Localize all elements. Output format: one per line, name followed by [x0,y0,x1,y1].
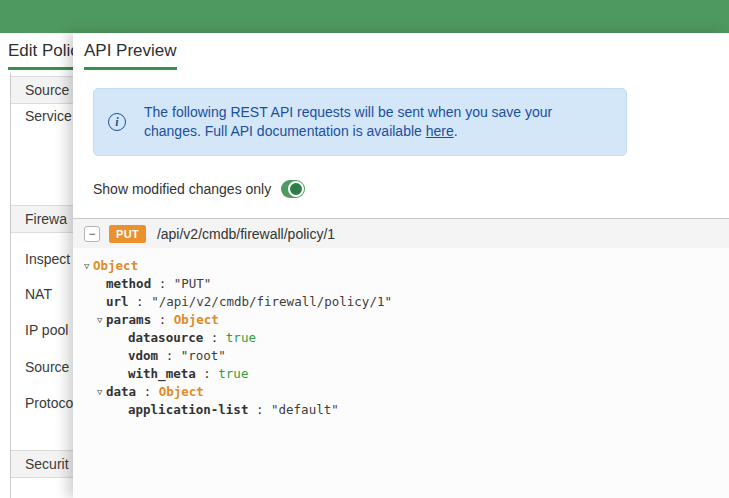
edit-policy-field-label: NAT [11,280,81,307]
show-modified-row: Show modified changes only [93,179,305,199]
json-separator: : [248,402,271,417]
json-tree-row: ▽Object [73,257,729,275]
json-value-bool: true [226,330,256,345]
json-separator: : [151,276,174,291]
json-separator: : [129,294,152,309]
http-method-badge: PUT [109,225,146,243]
top-navigation-bar [0,0,729,33]
json-key: with_meta [128,366,196,381]
json-value-object: Object [159,384,204,399]
collapse-icon[interactable]: − [84,226,100,242]
tree-collapse-caret-icon[interactable]: ▽ [97,383,106,401]
json-key: application-list [128,402,248,417]
json-tree-row: datasource : true [73,329,729,347]
request-header-row: − PUT /api/v2/cmdb/firewall/policy/1 [73,218,729,248]
json-tree-row: with_meta : true [73,365,729,383]
edit-policy-field-label: Protoco [11,389,81,416]
info-alert: i The following REST API requests will b… [93,88,627,156]
info-alert-text-body: The following REST API requests will be … [144,104,552,139]
json-value-string: "/api/v2/cmdb/firewall/policy/1" [151,294,392,309]
json-key: method [106,276,151,291]
json-value-string: "default" [271,402,339,417]
json-value-object: Object [93,258,138,273]
api-preview-title: API Preview [84,41,177,70]
json-value-string: "PUT" [174,276,212,291]
edit-policy-field-label: Service [11,102,81,129]
api-doc-link[interactable]: here [426,123,454,139]
json-tree-row: application-list : "default" [73,401,729,419]
request-path: /api/v2/cmdb/firewall/policy/1 [157,226,335,242]
info-alert-text-suffix: . [454,123,458,139]
json-value-string: "root" [181,348,226,363]
json-value-object: Object [174,312,219,327]
edit-policy-field-label: Source [11,76,81,104]
edit-policy-field-label: Firewa [11,205,81,233]
api-preview-panel: API Preview i The following REST API req… [73,33,729,498]
json-separator: : [151,312,174,327]
json-separator: : [196,366,219,381]
json-separator: : [136,384,159,399]
json-key: datasource [128,330,203,345]
app-window: Edit Policy SourceServiceFirewaInspectNA… [0,0,729,498]
edit-policy-field-label: Inspect [11,245,81,272]
json-tree-row: ▽params : Object [73,311,729,329]
json-key: url [106,294,129,309]
edit-policy-field-label: Source [11,353,81,380]
api-request-json-tree: ▽Objectmethod : "PUT"url : "/api/v2/cmdb… [73,248,729,498]
show-modified-label: Show modified changes only [93,181,271,197]
json-key: params [106,312,151,327]
info-icon: i [108,113,126,131]
edit-policy-field-label: IP pool [11,316,81,343]
tree-collapse-caret-icon[interactable]: ▽ [97,311,106,329]
json-key: vdom [128,348,158,363]
json-tree-row: method : "PUT" [73,275,729,293]
json-tree-row: vdom : "root" [73,347,729,365]
json-key: data [106,384,136,399]
json-separator: : [158,348,181,363]
show-modified-toggle[interactable] [281,180,305,198]
toggle-knob [288,181,304,197]
json-tree-row: ▽data : Object [73,383,729,401]
json-separator: : [203,330,226,345]
json-value-bool: true [218,366,248,381]
edit-policy-field-label: Securit [11,450,81,478]
info-alert-text: The following REST API requests will be … [144,103,600,141]
tree-collapse-caret-icon[interactable]: ▽ [84,257,93,275]
json-tree-row: url : "/api/v2/cmdb/firewall/policy/1" [73,293,729,311]
